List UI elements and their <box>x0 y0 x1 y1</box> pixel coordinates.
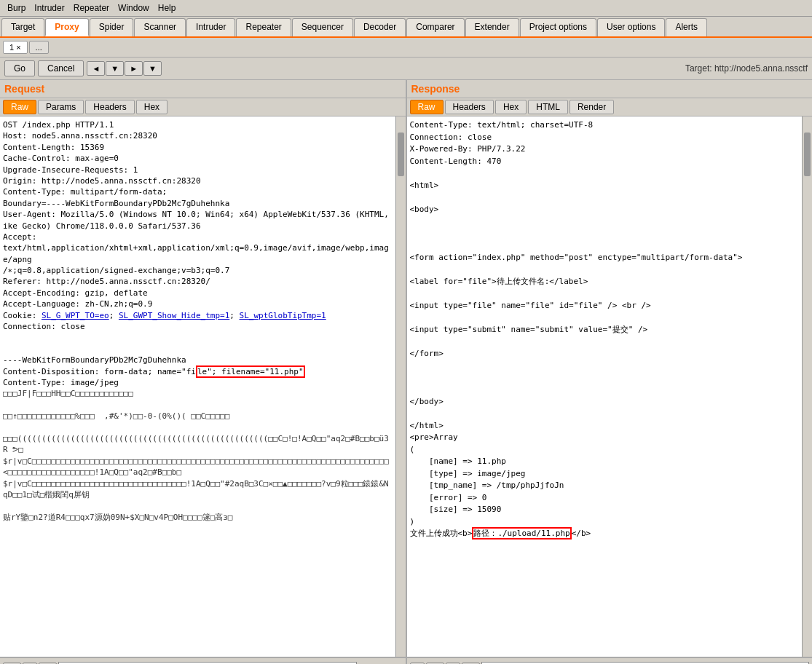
back-forward-group: ◄ ▼ ► ▼ <box>87 61 162 76</box>
request-tab-hex[interactable]: Hex <box>136 100 167 114</box>
response-scrollbar-thumb[interactable] <box>804 133 811 176</box>
response-scroll-wrapper: Content-Type: text/html; charset=UTF-8 C… <box>407 116 813 657</box>
cookie-sl2[interactable]: SL_GWPT_Show_Hide_tmp=1 <box>119 311 229 320</box>
main-split: Request Raw Params Headers Hex OST /inde… <box>0 80 812 657</box>
back-button[interactable]: ◄ <box>87 61 105 76</box>
sub-tab-1[interactable]: 1 × <box>3 41 28 54</box>
menu-bar: Burp Intruder Repeater Window Help <box>0 0 812 17</box>
go-button[interactable]: Go <box>4 60 35 76</box>
tab-decoder[interactable]: Decoder <box>354 18 406 36</box>
request-title: Request <box>0 80 406 98</box>
tab-repeater[interactable]: Repeater <box>236 18 291 36</box>
tab-target[interactable]: Target <box>1 18 44 36</box>
forward-button[interactable]: ► <box>125 61 143 76</box>
response-tab-bar: Raw Headers Hex HTML Render <box>407 98 813 116</box>
bottom-bar-right: ? ◄ + ► <box>407 658 813 664</box>
toolbar: Go Cancel ◄ ▼ ► ▼ Target: http://node5.a… <box>0 58 812 80</box>
back-dropdown[interactable]: ▼ <box>106 61 124 76</box>
response-tab-render[interactable]: Render <box>569 100 614 114</box>
response-text: Content-Type: text/html; charset=UTF-8 C… <box>410 119 800 540</box>
request-tab-raw[interactable]: Raw <box>3 100 36 114</box>
request-scroll-wrapper: OST /index.php HTTP/1.1 Host: node5.anna… <box>0 116 406 657</box>
request-panel: Request Raw Params Headers Hex OST /inde… <box>0 80 407 657</box>
menu-burp[interactable]: Burp <box>3 1 30 15</box>
main-tab-bar: Target Proxy Spider Scanner Intruder Rep… <box>0 17 812 38</box>
response-tab-headers[interactable]: Headers <box>445 100 494 114</box>
request-binary: □□□JF|F□□□HH□□C□□□□□□□□□□□□ □□↑□□□□□□□□□… <box>3 388 393 523</box>
response-tab-hex[interactable]: Hex <box>495 100 527 114</box>
request-text: OST /index.php HTTP/1.1 Host: node5.anna… <box>3 119 393 388</box>
tab-comparer[interactable]: Comparer <box>406 18 464 36</box>
cancel-button[interactable]: Cancel <box>38 60 84 76</box>
tab-spider[interactable]: Spider <box>90 18 134 36</box>
request-tab-headers[interactable]: Headers <box>85 100 134 114</box>
upload-success-highlight: 路径：./upload/11.php <box>472 527 571 540</box>
response-scrollbar[interactable] <box>802 116 812 657</box>
tab-project-options[interactable]: Project options <box>520 18 596 36</box>
request-scrollbar[interactable] <box>395 116 406 657</box>
response-tab-html[interactable]: HTML <box>528 100 568 114</box>
menu-intruder[interactable]: Intruder <box>30 1 68 15</box>
cookie-sl3[interactable]: SL_wptGlobTipTmp=1 <box>240 311 326 320</box>
request-tab-params[interactable]: Params <box>38 100 84 114</box>
tab-user-options[interactable]: User options <box>597 18 665 36</box>
tab-scanner[interactable]: Scanner <box>134 18 186 36</box>
response-title: Response <box>407 80 813 98</box>
cookie-sl1[interactable]: SL_G_WPT_TO=eo <box>42 311 109 320</box>
sub-tab-bar: 1 × ... <box>0 38 812 58</box>
forward-dropdown[interactable]: ▼ <box>143 61 162 76</box>
menu-window[interactable]: Window <box>114 1 154 15</box>
menu-help[interactable]: Help <box>154 1 181 15</box>
tab-proxy[interactable]: Proxy <box>45 18 88 36</box>
bottom-bar-left: ◄ + ► 0 matches <box>0 658 407 664</box>
menu-repeater[interactable]: Repeater <box>69 1 114 15</box>
tab-extender[interactable]: Extender <box>465 18 519 36</box>
response-panel: Response Raw Headers Hex HTML Render Con… <box>407 80 813 657</box>
request-scrollbar-thumb[interactable] <box>398 133 404 176</box>
tab-alerts[interactable]: Alerts <box>666 18 707 36</box>
tab-sequencer[interactable]: Sequencer <box>292 18 353 36</box>
filename-highlight: le"; filename="11.php" <box>196 365 305 378</box>
request-content[interactable]: OST /index.php HTTP/1.1 Host: node5.anna… <box>0 116 395 657</box>
tab-intruder[interactable]: Intruder <box>186 18 235 36</box>
response-content[interactable]: Content-Type: text/html; charset=UTF-8 C… <box>407 116 803 657</box>
target-url: Target: http://node5.anna.nssctf <box>685 63 808 74</box>
request-tab-bar: Raw Params Headers Hex <box>0 98 406 116</box>
response-tab-raw[interactable]: Raw <box>410 100 444 114</box>
sub-tab-more[interactable]: ... <box>29 41 49 54</box>
bottom-split: ◄ + ► 0 matches ? ◄ + ► <box>0 657 812 664</box>
